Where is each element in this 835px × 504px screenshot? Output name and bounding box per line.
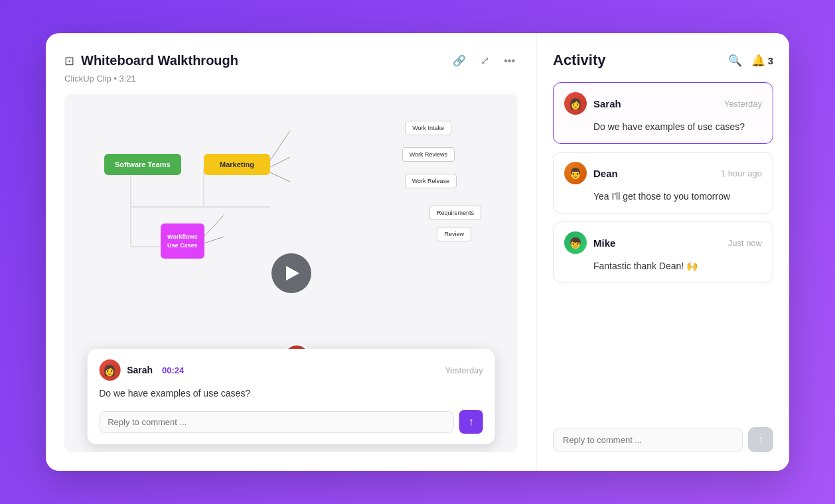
avatar-dean: 👨	[564, 162, 587, 184]
popup-message: Do we have examples of use cases?	[99, 387, 483, 401]
notification-badge: 🔔 3	[751, 54, 773, 68]
link-button[interactable]: 🔗	[450, 52, 469, 70]
send-icon-activity: ↑	[758, 434, 763, 446]
wb-marketing: Marketing	[204, 154, 270, 175]
activity-msg-mike: Fantastic thank Dean! 🙌	[564, 259, 762, 273]
expand-button[interactable]: ⤢	[478, 52, 492, 70]
avatar-mike: 👦	[564, 231, 587, 254]
activity-reply-row: ↑	[553, 427, 773, 452]
wb-software-teams: Software Teams	[104, 154, 181, 175]
activity-send-button[interactable]: ↑	[748, 427, 773, 452]
activity-card-mike: 👦 Mike Just now Fantastic thank Dean! 🙌	[553, 221, 773, 283]
wb-workflows: WorkflowsUse Cases	[161, 223, 204, 259]
link-icon: 🔗	[453, 55, 466, 66]
activity-msg-dean: Yea I'll get those to you tomorrow	[564, 190, 762, 204]
popup-date: Yesterday	[445, 365, 483, 375]
video-comment-popup: 👩 Sarah 00:24 Yesterday Do we have examp…	[87, 349, 495, 444]
clip-meta: ClickUp Clip • 3:21	[64, 74, 518, 84]
activity-card-header-sarah: 👩 Sarah Yesterday	[564, 92, 762, 115]
activity-time-dean: 1 hour ago	[721, 168, 762, 178]
activity-actions: 🔍 🔔 3	[728, 54, 773, 68]
bell-icon: 🔔	[751, 54, 765, 68]
activity-user-sarah: Sarah	[593, 98, 718, 109]
svg-line-1	[270, 131, 290, 160]
activity-card-dean: 👨 Dean 1 hour ago Yea I'll get those to …	[553, 152, 773, 214]
svg-line-2	[270, 157, 290, 167]
wb-requirements: Requirements	[429, 206, 481, 220]
clip-header: ⊡ Whiteboard Walkthrough 🔗 ⤢ •••	[64, 52, 518, 70]
main-card: ⊡ Whiteboard Walkthrough 🔗 ⤢ ••• ClickUp…	[46, 33, 789, 471]
more-icon: •••	[504, 55, 515, 66]
video-clip-icon: ⊡	[64, 54, 74, 68]
play-button[interactable]	[271, 253, 311, 293]
clip-actions: 🔗 ⤢ •••	[450, 52, 518, 70]
popup-avatar: 👩	[99, 359, 120, 381]
popup-user-name: Sarah	[127, 365, 153, 375]
wb-work-intake: Work Intake	[405, 121, 451, 135]
search-icon: 🔍	[728, 54, 742, 67]
activity-time-sarah: Yesterday	[724, 99, 762, 109]
activity-card-header-dean: 👨 Dean 1 hour ago	[564, 162, 762, 184]
video-container: Software Teams Marketing WorkflowsUse Ca…	[64, 94, 518, 452]
avatar-sarah: 👩	[564, 92, 587, 115]
clip-title: Whiteboard Walkthrough	[81, 53, 238, 68]
popup-timestamp: 00:24	[162, 365, 184, 375]
left-panel: ⊡ Whiteboard Walkthrough 🔗 ⤢ ••• ClickUp…	[46, 33, 537, 471]
popup-send-button[interactable]: ↑	[459, 410, 483, 434]
activity-reply-input[interactable]	[553, 428, 743, 452]
svg-line-4	[204, 216, 224, 237]
popup-reply-row: ↑	[99, 410, 483, 434]
whiteboard: Software Teams Marketing WorkflowsUse Ca…	[64, 94, 518, 452]
search-button[interactable]: 🔍	[728, 54, 742, 68]
svg-line-3	[270, 172, 290, 182]
popup-reply-input[interactable]	[99, 411, 454, 433]
more-button[interactable]: •••	[501, 52, 518, 70]
clip-title-row: ⊡ Whiteboard Walkthrough	[64, 53, 238, 68]
right-panel: Activity 🔍 🔔 3 👩 Sarah Yester	[537, 33, 789, 471]
send-icon: ↑	[469, 416, 474, 428]
activity-list: 👩 Sarah Yesterday Do we have examples of…	[553, 82, 773, 418]
popup-header: 👩 Sarah 00:24 Yesterday	[99, 359, 483, 381]
wb-work-reviews: Work Reviews	[402, 147, 455, 162]
notification-count: 3	[768, 55, 773, 66]
wb-review: Review	[437, 227, 471, 241]
activity-time-mike: Just now	[728, 238, 762, 248]
svg-line-5	[204, 237, 224, 243]
activity-card-sarah: 👩 Sarah Yesterday Do we have examples of…	[553, 82, 773, 144]
activity-card-header-mike: 👦 Mike Just now	[564, 231, 762, 254]
wb-work-release: Work Release	[405, 174, 457, 188]
activity-user-dean: Dean	[593, 168, 714, 179]
activity-user-mike: Mike	[593, 237, 721, 249]
activity-msg-sarah: Do we have examples of use cases?	[564, 120, 762, 134]
expand-icon: ⤢	[481, 55, 489, 66]
activity-title: Activity	[553, 52, 605, 69]
activity-header: Activity 🔍 🔔 3	[553, 52, 773, 69]
